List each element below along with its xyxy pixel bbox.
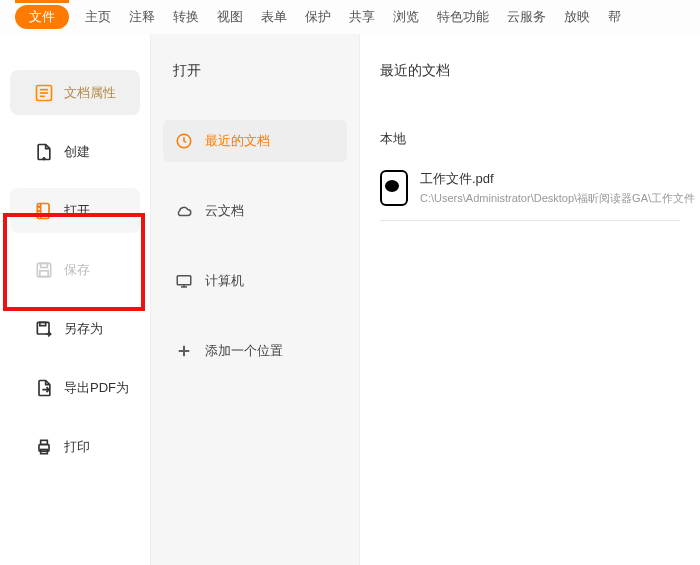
- clock-icon: [175, 132, 193, 150]
- svg-point-11: [39, 214, 40, 215]
- sidebar-label-exportpdf: 导出PDF为: [64, 379, 129, 397]
- create-icon: [34, 142, 54, 162]
- recent-docs-panel: 最近的文档 本地 工作文件.pdf C:\Users\Administrator…: [360, 34, 700, 565]
- save-icon: [34, 260, 54, 280]
- source-add-place-label: 添加一个位置: [205, 342, 283, 360]
- sidebar-item-save[interactable]: 保存: [10, 247, 140, 292]
- recent-panel-title: 最近的文档: [380, 62, 680, 80]
- tab-present[interactable]: 放映: [562, 4, 592, 30]
- tab-file[interactable]: 文件: [15, 5, 69, 29]
- svg-rect-13: [41, 263, 48, 267]
- computer-icon: [175, 272, 193, 290]
- sidebar-label-open: 打开: [64, 202, 90, 220]
- export-pdf-icon: [34, 378, 54, 398]
- sidebar-item-create[interactable]: 创建: [10, 129, 140, 174]
- tab-cloud[interactable]: 云服务: [505, 4, 548, 30]
- sidebar-label-save: 保存: [64, 261, 90, 279]
- tab-view[interactable]: 视图: [215, 4, 245, 30]
- tab-form[interactable]: 表单: [259, 4, 289, 30]
- divider: [380, 220, 680, 221]
- svg-rect-18: [41, 440, 48, 444]
- sidebar-item-open[interactable]: 打开: [10, 188, 140, 233]
- top-tab-bar: 文件 主页 注释 转换 视图 表单 保护 共享 浏览 特色功能 云服务 放映 帮: [0, 0, 700, 34]
- pdf-file-icon: [380, 170, 408, 206]
- file-sidebar: 文档属性 创建 打开 保存 另存为 导出PDF为 打印: [0, 34, 150, 565]
- sidebar-item-print[interactable]: 打印: [10, 424, 140, 469]
- recent-doc-item[interactable]: 工作文件.pdf C:\Users\Administrator\Desktop\…: [380, 170, 680, 206]
- sidebar-label-doc-properties: 文档属性: [64, 84, 116, 102]
- cloud-icon: [175, 202, 193, 220]
- tab-browse[interactable]: 浏览: [391, 4, 421, 30]
- open-panel-title: 打开: [173, 62, 347, 80]
- svg-rect-21: [177, 276, 191, 285]
- sidebar-label-print: 打印: [64, 438, 90, 456]
- sidebar-label-create: 创建: [64, 143, 90, 161]
- source-computer[interactable]: 计算机: [163, 260, 347, 302]
- source-recent-label: 最近的文档: [205, 132, 270, 150]
- open-icon: [34, 201, 54, 221]
- source-add-place[interactable]: 添加一个位置: [163, 330, 347, 372]
- source-cloud[interactable]: 云文档: [163, 190, 347, 232]
- sidebar-label-saveas: 另存为: [64, 320, 103, 338]
- print-icon: [34, 437, 54, 457]
- recent-doc-title: 工作文件.pdf: [420, 170, 695, 188]
- sidebar-item-exportpdf[interactable]: 导出PDF为: [10, 365, 140, 410]
- sidebar-item-saveas[interactable]: 另存为: [10, 306, 140, 351]
- doc-properties-icon: [34, 83, 54, 103]
- open-sources-panel: 打开 最近的文档 云文档 计算机 添加一个位置: [150, 34, 360, 565]
- tab-comment[interactable]: 注释: [127, 4, 157, 30]
- tab-help[interactable]: 帮: [606, 4, 623, 30]
- tab-convert[interactable]: 转换: [171, 4, 201, 30]
- plus-icon: [175, 342, 193, 360]
- svg-rect-14: [40, 270, 48, 276]
- svg-point-9: [39, 206, 40, 207]
- source-cloud-label: 云文档: [205, 202, 244, 220]
- tab-share[interactable]: 共享: [347, 4, 377, 30]
- svg-point-10: [39, 210, 40, 211]
- sidebar-item-doc-properties[interactable]: 文档属性: [10, 70, 140, 115]
- tab-home[interactable]: 主页: [83, 4, 113, 30]
- source-recent[interactable]: 最近的文档: [163, 120, 347, 162]
- recent-section-local: 本地: [380, 130, 680, 148]
- saveas-icon: [34, 319, 54, 339]
- tab-features[interactable]: 特色功能: [435, 4, 491, 30]
- tab-protect[interactable]: 保护: [303, 4, 333, 30]
- recent-doc-path: C:\Users\Administrator\Desktop\福昕阅读器GA\工…: [420, 191, 695, 206]
- source-computer-label: 计算机: [205, 272, 244, 290]
- svg-rect-16: [40, 322, 46, 325]
